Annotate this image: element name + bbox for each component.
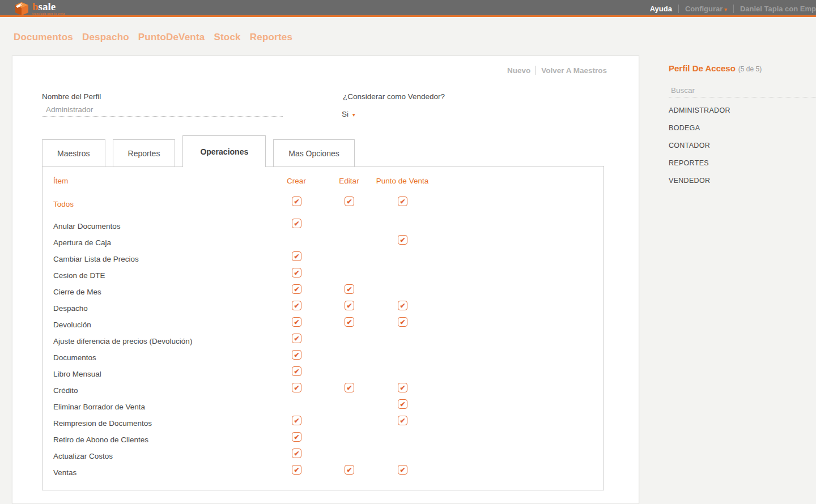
checkbox-crear[interactable]: ✔ xyxy=(292,465,301,475)
table-row: Ajuste diferencia de precios (Devolución… xyxy=(42,333,604,349)
checkbox-crear[interactable]: ✔ xyxy=(292,416,301,425)
checkmark-icon: ✔ xyxy=(294,417,299,424)
checkbox-crear[interactable]: ✔ xyxy=(292,366,301,376)
topbar-link-ayuda[interactable]: Ayuda xyxy=(650,5,672,13)
checkbox-crear[interactable]: ✔ xyxy=(292,301,301,310)
profile-item-contador[interactable]: CONTADOR xyxy=(669,137,816,155)
checkmark-icon: ✔ xyxy=(400,401,405,408)
table-row: Cambiar Lista de Precios✔ xyxy=(42,251,604,267)
row-label: Ventas xyxy=(53,464,76,481)
row-label: Reimpresion de Documentos xyxy=(53,415,152,432)
column-header-editar: Editar xyxy=(339,177,359,185)
row-label: Libro Mensual xyxy=(53,366,101,382)
checkbox-pos[interactable]: ✔ xyxy=(398,301,407,310)
permissions-table: Ítem Crear Editar Punto de Venta Todos✔✔… xyxy=(42,166,604,490)
checkbox-crear[interactable]: ✔ xyxy=(292,284,301,294)
checkmark-icon: ✔ xyxy=(294,198,299,205)
row-label: Actualizar Costos xyxy=(53,448,113,464)
checkbox-pos[interactable]: ✔ xyxy=(398,197,407,206)
nav-item-despacho[interactable]: Despacho xyxy=(82,32,129,43)
topbar-divider xyxy=(678,5,679,13)
checkbox-pos[interactable]: ✔ xyxy=(398,416,407,425)
checkbox-editar[interactable]: ✔ xyxy=(345,317,354,327)
topbar-link-daniel-tapia-con-emp[interactable]: Daniel Tapia con Emp xyxy=(740,5,816,13)
checkbox-pos[interactable]: ✔ xyxy=(398,465,407,475)
chevron-down-icon: ▾ xyxy=(724,7,727,12)
panel-actions: NuevoVolver A Maestros xyxy=(507,66,607,75)
checkbox-crear[interactable]: ✔ xyxy=(292,350,301,360)
tab-maestros[interactable]: Maestros xyxy=(42,139,105,167)
profile-item-vendedor[interactable]: VENDEDOR xyxy=(669,172,816,190)
nav-item-reportes[interactable]: Reportes xyxy=(250,32,292,43)
checkmark-icon: ✔ xyxy=(400,385,405,391)
checkbox-pos[interactable]: ✔ xyxy=(398,383,407,392)
profiles-sidebar: Perfil De Acceso(5 de 5) ADMINISTRADORBO… xyxy=(669,63,816,190)
checkbox-crear[interactable]: ✔ xyxy=(292,449,301,458)
brand-tagline: tecnologia para tu venta xyxy=(32,12,65,15)
profile-item-bodega[interactable]: BODEGA xyxy=(669,119,816,137)
checkbox-crear[interactable]: ✔ xyxy=(292,268,301,277)
checkmark-icon: ✔ xyxy=(294,352,299,358)
column-header-item: Ítem xyxy=(53,177,68,185)
action-nuevo[interactable]: Nuevo xyxy=(507,66,530,75)
main-panel: NuevoVolver A Maestros Nombre del Perfil… xyxy=(12,55,639,504)
column-header-crear: Crear xyxy=(287,177,306,185)
checkbox-editar[interactable]: ✔ xyxy=(345,465,354,475)
checkmark-icon: ✔ xyxy=(400,237,405,244)
nav-item-puntodeventa[interactable]: PuntoDeVenta xyxy=(138,32,205,43)
action-volver-a-maestros[interactable]: Volver A Maestros xyxy=(541,66,607,75)
table-row: Despacho✔✔✔ xyxy=(42,300,604,317)
checkmark-icon: ✔ xyxy=(294,253,299,260)
table-row: Libro Mensual✔ xyxy=(42,366,604,382)
checkmark-icon: ✔ xyxy=(346,302,352,309)
checkmark-icon: ✔ xyxy=(294,319,299,326)
bsale-logo[interactable]: bsale tecnologia para tu venta xyxy=(15,1,65,16)
search-input[interactable] xyxy=(669,85,816,97)
nav-item-stock[interactable]: Stock xyxy=(214,32,240,43)
checkmark-icon: ✔ xyxy=(294,368,299,375)
checkbox-editar[interactable]: ✔ xyxy=(345,284,354,294)
checkbox-crear[interactable]: ✔ xyxy=(292,197,301,206)
row-label: Apertura de Caja xyxy=(53,234,111,251)
topbar-link-configurar[interactable]: Configurar▾ xyxy=(685,5,727,13)
row-label: Despacho xyxy=(53,300,88,317)
tab-mas-opciones[interactable]: Mas Opciones xyxy=(273,139,354,167)
checkbox-crear[interactable]: ✔ xyxy=(292,219,301,228)
checkbox-crear[interactable]: ✔ xyxy=(292,317,301,327)
profile-item-administrador[interactable]: ADMINISTRADOR xyxy=(669,102,816,119)
checkmark-icon: ✔ xyxy=(294,220,299,227)
checkbox-crear[interactable]: ✔ xyxy=(292,334,301,343)
row-label: Cesion de DTE xyxy=(53,267,105,284)
column-header-punto-de-venta: Punto de Venta xyxy=(376,177,428,185)
table-body: Todos✔✔✔Anular Documentos✔Apertura de Ca… xyxy=(42,196,604,481)
tab-operaciones[interactable]: Operaciones xyxy=(182,135,266,167)
checkbox-editar[interactable]: ✔ xyxy=(345,301,354,310)
checkmark-icon: ✔ xyxy=(400,198,405,205)
checkmark-icon: ✔ xyxy=(400,302,405,309)
checkmark-icon: ✔ xyxy=(294,385,299,391)
brand-name: bsale xyxy=(32,1,65,12)
checkbox-editar[interactable]: ✔ xyxy=(345,197,354,206)
vendor-select[interactable]: Si ▾ xyxy=(342,110,355,118)
vendor-select-value: Si xyxy=(342,110,348,118)
row-label: Eliminar Borrador de Venta xyxy=(53,399,145,415)
row-label: Cierre de Mes xyxy=(53,284,101,300)
tab-reportes[interactable]: Reportes xyxy=(113,139,176,167)
sidebar-title[interactable]: Perfil De Acceso xyxy=(669,63,736,73)
topbar-menu: AyudaConfigurar▾Daniel Tapia con Emp xyxy=(650,0,816,17)
checkbox-pos[interactable]: ✔ xyxy=(398,235,407,245)
checkmark-icon: ✔ xyxy=(346,198,352,205)
checkbox-pos[interactable]: ✔ xyxy=(398,317,407,327)
checkbox-pos[interactable]: ✔ xyxy=(398,399,407,409)
profile-name-input[interactable] xyxy=(42,104,283,117)
main-nav: DocumentosDespachoPuntoDeVentaStockRepor… xyxy=(14,32,292,43)
table-row: Crédito✔✔✔ xyxy=(42,382,604,399)
topbar-divider xyxy=(733,5,734,13)
checkbox-editar[interactable]: ✔ xyxy=(345,383,354,392)
checkbox-crear[interactable]: ✔ xyxy=(292,251,301,261)
profile-item-reportes[interactable]: REPORTES xyxy=(669,155,816,172)
checkbox-crear[interactable]: ✔ xyxy=(292,432,301,442)
nav-item-documentos[interactable]: Documentos xyxy=(14,32,73,43)
checkbox-crear[interactable]: ✔ xyxy=(292,383,301,392)
profiles-count: (5 de 5) xyxy=(738,65,762,73)
